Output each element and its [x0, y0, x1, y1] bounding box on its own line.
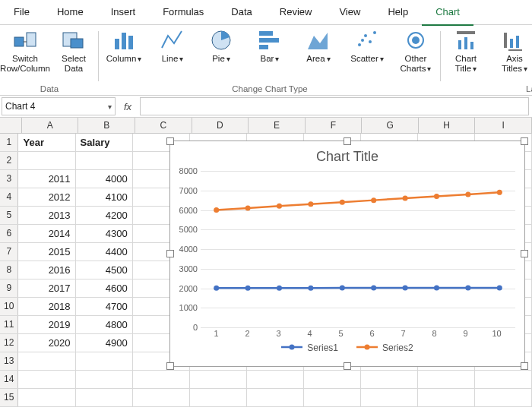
row-header-7[interactable]: 7 — [0, 243, 18, 261]
row-header-1[interactable]: 1 — [0, 134, 18, 151]
cell[interactable] — [418, 371, 475, 388]
cell[interactable]: 4900 — [76, 334, 133, 352]
row-header-5[interactable]: 5 — [0, 207, 18, 224]
cell[interactable]: 2018 — [18, 298, 75, 315]
row-header-10[interactable]: 10 — [0, 298, 18, 315]
cell[interactable]: 4200 — [76, 207, 133, 224]
cell[interactable] — [18, 152, 75, 169]
chart-legend[interactable]: Series1Series2 — [170, 343, 524, 353]
tab-home[interactable]: Home — [43, 0, 97, 24]
cell[interactable]: 2017 — [18, 279, 75, 297]
cell[interactable] — [18, 389, 75, 406]
cell[interactable]: 2020 — [18, 334, 75, 352]
switch-row-column-button[interactable]: Switch Row/Column — [5, 28, 46, 73]
cell[interactable] — [361, 389, 418, 406]
resize-handle[interactable] — [521, 250, 528, 257]
cell[interactable]: Salary — [76, 134, 133, 151]
cell[interactable]: 2011 — [18, 170, 75, 188]
cell[interactable] — [76, 152, 133, 169]
cell[interactable] — [190, 389, 247, 406]
name-box[interactable]: Chart 4 ▾ — [2, 97, 116, 115]
embedded-chart[interactable]: Chart Title 0100020003000400050006000700… — [169, 141, 525, 367]
cell[interactable]: 2015 — [18, 243, 75, 261]
resize-handle[interactable] — [521, 137, 528, 145]
tab-file[interactable]: File — [0, 0, 43, 24]
scatter-chart-button[interactable]: Scatter▾ — [347, 28, 388, 73]
resize-handle[interactable] — [344, 137, 351, 145]
cell[interactable] — [304, 371, 361, 388]
other-charts-button[interactable]: Other Charts▾ — [395, 28, 436, 73]
cell[interactable]: 4700 — [76, 298, 133, 315]
cell[interactable]: 2014 — [18, 225, 75, 242]
cell[interactable]: 4300 — [76, 225, 133, 242]
select-all-corner[interactable] — [0, 118, 22, 133]
cell[interactable] — [190, 371, 247, 388]
row-header-4[interactable]: 4 — [0, 188, 18, 206]
resize-handle[interactable] — [166, 250, 174, 257]
bar-chart-button[interactable]: Bar▾ — [249, 28, 290, 73]
col-header-A[interactable]: A — [22, 118, 79, 133]
row-header-8[interactable]: 8 — [0, 261, 18, 279]
cell[interactable] — [76, 371, 133, 388]
cell[interactable] — [76, 389, 133, 406]
cell[interactable]: 2013 — [18, 207, 75, 224]
cell[interactable]: 2012 — [18, 188, 75, 206]
resize-handle[interactable] — [344, 362, 351, 370]
cell[interactable]: 2016 — [18, 261, 75, 279]
tab-review[interactable]: Review — [266, 0, 326, 24]
row-header-15[interactable]: 15 — [0, 389, 18, 406]
tab-help[interactable]: Help — [374, 0, 422, 24]
formula-input[interactable] — [140, 97, 529, 115]
resize-handle[interactable] — [521, 362, 528, 370]
cell[interactable]: 4400 — [76, 243, 133, 261]
col-header-C[interactable]: C — [135, 118, 192, 133]
tab-chart[interactable]: Chart — [422, 0, 473, 26]
cell[interactable] — [133, 371, 190, 388]
chart-title-text[interactable]: Chart Title — [170, 141, 524, 168]
cell[interactable]: Year — [18, 134, 75, 151]
row-header-11[interactable]: 11 — [0, 316, 18, 333]
tab-insert[interactable]: Insert — [97, 0, 150, 24]
plot-area[interactable]: 010002000300040005000600070008000 123456… — [201, 171, 515, 327]
row-header-13[interactable]: 13 — [0, 352, 18, 370]
cell[interactable] — [418, 389, 475, 406]
cell[interactable]: 4100 — [76, 188, 133, 206]
col-header-H[interactable]: H — [419, 118, 476, 133]
cell[interactable] — [247, 371, 304, 388]
line-chart-button[interactable]: Line▾ — [152, 28, 193, 73]
col-header-B[interactable]: B — [78, 118, 135, 133]
cell[interactable]: 4500 — [76, 261, 133, 279]
pie-chart-button[interactable]: Pie▾ — [201, 28, 242, 73]
tab-data[interactable]: Data — [217, 0, 265, 24]
col-header-E[interactable]: E — [249, 118, 306, 133]
col-header-G[interactable]: G — [362, 118, 419, 133]
row-header-6[interactable]: 6 — [0, 225, 18, 242]
row-header-2[interactable]: 2 — [0, 152, 18, 169]
col-header-D[interactable]: D — [192, 118, 249, 133]
cell[interactable]: 2019 — [18, 316, 75, 333]
axis-titles-button[interactable]: Axis Titles▾ — [494, 28, 532, 73]
resize-handle[interactable] — [166, 362, 174, 370]
resize-handle[interactable] — [166, 137, 174, 145]
col-header-F[interactable]: F — [306, 118, 363, 133]
cell[interactable] — [247, 389, 304, 406]
select-data-button[interactable]: Select Data — [53, 28, 94, 73]
cell[interactable] — [133, 389, 190, 406]
cell[interactable]: 4000 — [76, 170, 133, 188]
tab-view[interactable]: View — [325, 0, 374, 24]
row-header-14[interactable]: 14 — [0, 371, 18, 388]
column-chart-button[interactable]: Column▾ — [103, 28, 144, 73]
legend-item[interactable]: Series2 — [356, 343, 413, 353]
area-chart-button[interactable]: Area▾ — [298, 28, 339, 73]
cell[interactable] — [361, 371, 418, 388]
legend-item[interactable]: Series1 — [281, 343, 338, 353]
chart-title-button[interactable]: Chart Title▾ — [445, 28, 486, 73]
cell[interactable] — [475, 389, 532, 406]
cell[interactable] — [304, 389, 361, 406]
row-header-3[interactable]: 3 — [0, 170, 18, 188]
row-header-12[interactable]: 12 — [0, 334, 18, 352]
cell[interactable]: 4600 — [76, 279, 133, 297]
fx-icon[interactable]: fx — [119, 101, 137, 112]
cell[interactable]: 4800 — [76, 316, 133, 333]
cell[interactable] — [18, 371, 75, 388]
